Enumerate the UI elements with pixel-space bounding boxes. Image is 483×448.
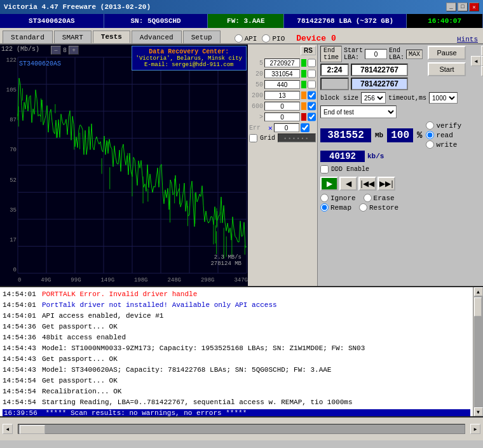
back-button[interactable]: ◀ bbox=[339, 177, 357, 191]
err-check[interactable] bbox=[301, 123, 310, 132]
end-lba-input-1[interactable] bbox=[351, 64, 408, 76]
tab-tests[interactable]: Tests bbox=[93, 31, 130, 43]
bar-input-50[interactable] bbox=[264, 80, 300, 89]
verify-radio[interactable] bbox=[426, 121, 434, 130]
bar-input-gt[interactable] bbox=[264, 112, 300, 121]
y-label-105: 105 bbox=[1, 87, 17, 93]
close-button[interactable]: ✕ bbox=[469, 3, 479, 11]
log-line-8: 14:54:43 Model: ST3400620AS; Capacity: 7… bbox=[3, 364, 470, 375]
grid-check[interactable] bbox=[249, 134, 257, 142]
ddd-checkbox[interactable] bbox=[320, 165, 329, 173]
bar-check-600[interactable] bbox=[308, 102, 316, 111]
log-line-11: 14:54:54 Starting Reading, LBA=0..781422… bbox=[3, 397, 470, 407]
bar-input-20[interactable] bbox=[264, 69, 300, 78]
log-line-2: 14:54:01 PortTalk driver not installed! … bbox=[3, 299, 470, 310]
firmware-label: FW: 3.AAE bbox=[227, 17, 264, 25]
bar-input-200[interactable] bbox=[264, 91, 300, 100]
tab-advanced[interactable]: Advanced bbox=[132, 31, 182, 43]
timeout-select[interactable]: 1000 500 bbox=[429, 92, 458, 104]
serial-label: SN: 5QG0SCHD bbox=[130, 17, 180, 25]
write-label: write bbox=[436, 141, 457, 149]
log-area: 14:54:01 PORTTALK Error. Invalid driver … bbox=[0, 286, 483, 416]
max-label[interactable]: MAX bbox=[406, 50, 423, 59]
bar-row-5: 5 bbox=[249, 58, 316, 68]
restore-radio[interactable] bbox=[359, 203, 367, 212]
log-scroll-thumb[interactable] bbox=[474, 297, 482, 316]
arrow-left[interactable]: ◄ bbox=[471, 56, 481, 66]
dr-email: E-mail: sergei@hdd-911.com bbox=[136, 62, 242, 68]
y-label-35: 35 bbox=[1, 207, 17, 214]
hints-button[interactable]: Hints bbox=[457, 36, 478, 43]
speed-value: 40192 bbox=[320, 151, 365, 162]
end-time-input[interactable] bbox=[320, 64, 349, 76]
bar-row-20: 20 bbox=[249, 69, 316, 79]
verify-option[interactable]: verify bbox=[426, 121, 461, 130]
bar-check-gt[interactable] bbox=[308, 112, 316, 121]
skip-back-button[interactable]: |◀◀ bbox=[358, 177, 376, 191]
bottom-scroll-thumb[interactable] bbox=[20, 425, 45, 434]
log-scroll-track[interactable] bbox=[474, 296, 483, 407]
block-size-select[interactable]: 256 512 bbox=[361, 92, 386, 104]
zoom-plus-button[interactable]: + bbox=[69, 46, 79, 55]
restore-label: Restore bbox=[369, 204, 398, 212]
y-axis: 122 105 87 70 52 35 17 0 bbox=[0, 57, 18, 273]
log-scroll-down[interactable]: ▼ bbox=[474, 407, 483, 416]
read-radio[interactable] bbox=[426, 131, 434, 139]
remap-radio[interactable] bbox=[320, 203, 329, 212]
tab-bar: Standard SMART Tests Advanced Setup API … bbox=[0, 28, 483, 44]
ignore-radio[interactable] bbox=[320, 194, 329, 202]
log-content[interactable]: 14:54:01 PORTTALK Error. Invalid driver … bbox=[0, 287, 473, 416]
device-label: Device 0 bbox=[296, 34, 336, 43]
y-unit-label: 122 (Mb/s) bbox=[1, 46, 39, 53]
block-size-label: block size bbox=[320, 95, 358, 102]
minimize-button[interactable]: _ bbox=[446, 3, 456, 11]
bar-check-50[interactable] bbox=[308, 80, 316, 89]
rs-button[interactable]: RS bbox=[301, 46, 316, 55]
bottom-scrollbar[interactable] bbox=[18, 424, 465, 434]
err-input[interactable] bbox=[274, 123, 299, 132]
play-button[interactable]: ▶ bbox=[320, 177, 338, 191]
api-radio[interactable] bbox=[235, 34, 243, 43]
bar-check-20[interactable] bbox=[308, 69, 316, 78]
log-scrollbar[interactable]: ▲ ▼ bbox=[473, 287, 483, 416]
erase-radio[interactable] bbox=[364, 194, 372, 202]
err-row: Err ✕ bbox=[249, 123, 316, 133]
start-button[interactable]: Start bbox=[428, 62, 466, 76]
skip-fwd-button[interactable]: ▶▶| bbox=[378, 177, 395, 191]
log-line-5: 14:54:36 48bit access enabled bbox=[3, 332, 470, 343]
pio-radio-label[interactable]: PIO bbox=[262, 34, 285, 43]
restore-option[interactable]: Restore bbox=[359, 203, 398, 212]
bar-row-200: 200 bbox=[249, 90, 316, 100]
chart-info-overlay: 2.3 MB/s 278124 MB bbox=[210, 254, 242, 267]
erase-option[interactable]: Erase bbox=[364, 194, 395, 202]
pause-button[interactable]: Pause bbox=[428, 46, 466, 60]
write-radio[interactable] bbox=[426, 140, 434, 149]
maximize-button[interactable]: □ bbox=[458, 3, 468, 11]
bar-input-600[interactable] bbox=[264, 102, 300, 111]
log-scroll-up[interactable]: ▲ bbox=[474, 287, 483, 296]
bottom-scroll-right[interactable]: ► bbox=[470, 424, 480, 434]
end-test-select[interactable]: End of test bbox=[320, 105, 397, 118]
start-lba-input[interactable] bbox=[365, 49, 387, 59]
lba-label: 781422768 LBA (~372 GB) bbox=[297, 17, 393, 25]
zoom-minus-button[interactable]: – bbox=[51, 46, 61, 55]
read-option[interactable]: read bbox=[426, 131, 461, 139]
bar-input-5[interactable] bbox=[264, 58, 300, 67]
write-option[interactable]: write bbox=[426, 140, 461, 149]
api-radio-label[interactable]: API bbox=[235, 34, 257, 43]
log-line-1: 14:54:01 PORTTALK Error. Invalid driver … bbox=[3, 288, 470, 299]
tab-setup[interactable]: Setup bbox=[183, 31, 221, 43]
ignore-option[interactable]: Ignore bbox=[320, 194, 356, 202]
lba-extra-input[interactable] bbox=[320, 78, 349, 90]
remap-label: Remap bbox=[330, 204, 351, 212]
hdd-name-label: ST3400620AS bbox=[19, 60, 61, 67]
remap-option[interactable]: Remap bbox=[320, 203, 351, 212]
tab-standard[interactable]: Standard bbox=[3, 31, 53, 43]
bottom-scroll-left[interactable]: ◄ bbox=[3, 424, 13, 434]
end-lba-input-2[interactable] bbox=[351, 78, 408, 90]
bar-check-5[interactable] bbox=[308, 58, 316, 67]
log-line-10: 14:54:54 Recalibration... OK bbox=[3, 386, 470, 397]
bar-check-200[interactable] bbox=[308, 91, 316, 100]
tab-smart[interactable]: SMART bbox=[54, 31, 92, 43]
pio-radio[interactable] bbox=[262, 34, 270, 43]
